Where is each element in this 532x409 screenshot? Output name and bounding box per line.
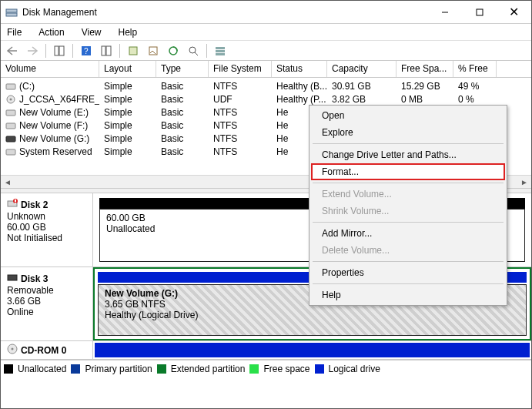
- svg-rect-10: [129, 47, 137, 55]
- svg-rect-9: [106, 46, 111, 55]
- svg-rect-27: [15, 199, 16, 202]
- disk-info: CD-ROM 0: [1, 341, 93, 359]
- list-icon[interactable]: [212, 42, 229, 59]
- maximize-button[interactable]: [462, 1, 497, 23]
- forward-button[interactable]: [24, 42, 41, 59]
- ctx-separator: [313, 222, 504, 223]
- svg-point-13: [189, 47, 196, 53]
- scroll-right-icon[interactable]: ►: [519, 176, 530, 187]
- drive-icon: [5, 82, 16, 91]
- col-fs[interactable]: File System: [209, 61, 272, 77]
- svg-rect-23: [6, 136, 15, 142]
- volume-row[interactable]: (C:) SimpleBasicNTFSHealthy (B...30.91 G…: [1, 79, 531, 92]
- disk-removable-icon: [7, 272, 18, 285]
- scroll-left-icon[interactable]: ◄: [2, 176, 13, 187]
- search-icon[interactable]: [185, 42, 202, 59]
- svg-rect-1: [6, 13, 17, 16]
- legend-unallocated-swatch: [4, 364, 13, 374]
- menubar: File Action View Help: [1, 24, 531, 41]
- svg-rect-24: [6, 149, 15, 155]
- col-pct[interactable]: % Free: [453, 61, 497, 77]
- volume-row[interactable]: J_CCSA_X64FRE_E... SimpleBasicUDFHealthy…: [1, 92, 531, 106]
- drive-icon: [5, 147, 16, 156]
- svg-rect-29: [8, 275, 17, 280]
- svg-point-31: [12, 348, 14, 350]
- help-icon[interactable]: ?: [78, 42, 95, 59]
- svg-rect-4: [55, 46, 59, 55]
- window: Disk Management ✕ File Action View Help …: [0, 0, 532, 409]
- cdrom-icon: [7, 344, 18, 357]
- svg-rect-3: [477, 9, 483, 15]
- toolbar: ?: [1, 41, 531, 61]
- col-free[interactable]: Free Spa...: [396, 61, 453, 77]
- ctx-separator: [313, 183, 504, 183]
- col-layout[interactable]: Layout: [99, 61, 156, 77]
- ctx-add-mirror[interactable]: Add Mirror...: [311, 225, 505, 242]
- ctx-separator: [313, 283, 504, 284]
- svg-rect-28: [15, 203, 16, 203]
- disk-info: Disk 3 Removable 3.66 GB Online: [1, 267, 93, 340]
- minimize-button[interactable]: [427, 1, 462, 23]
- ctx-open[interactable]: Open: [311, 107, 505, 124]
- ctx-explore[interactable]: Explore: [311, 124, 505, 141]
- svg-rect-18: [6, 84, 15, 89]
- ctx-properties[interactable]: Properties: [311, 264, 505, 281]
- disc-icon: [5, 95, 16, 104]
- svg-rect-11: [149, 47, 157, 55]
- ctx-change-letter[interactable]: Change Drive Letter and Paths...: [311, 146, 505, 163]
- col-capacity[interactable]: Capacity: [327, 61, 396, 77]
- disk-row[interactable]: CD-ROM 0: [1, 341, 531, 360]
- svg-rect-0: [6, 9, 17, 12]
- legend-primary-swatch: [71, 364, 80, 374]
- legend-extended-swatch: [157, 364, 166, 374]
- settings-icon[interactable]: [98, 42, 115, 59]
- ctx-format[interactable]: Format...: [311, 163, 505, 180]
- legend-logical-swatch: [315, 364, 324, 374]
- ctx-extend: Extend Volume...: [311, 186, 505, 203]
- drive-icon: [5, 134, 16, 143]
- menu-action[interactable]: Action: [35, 25, 67, 39]
- menu-help[interactable]: Help: [115, 25, 141, 39]
- close-button[interactable]: ✕: [497, 1, 531, 23]
- window-buttons: ✕: [427, 1, 531, 23]
- col-type[interactable]: Type: [156, 61, 209, 77]
- back-button[interactable]: [4, 42, 21, 59]
- ctx-separator: [313, 143, 504, 144]
- col-volume[interactable]: Volume: [1, 61, 99, 77]
- ctx-separator: [313, 261, 504, 262]
- svg-rect-17: [216, 53, 225, 55]
- rescan-icon[interactable]: [145, 42, 162, 59]
- window-title: Disk Management: [22, 7, 427, 18]
- drive-icon: [5, 108, 16, 117]
- ctx-shrink: Shrink Volume...: [311, 203, 505, 220]
- drive-icon: [5, 121, 16, 130]
- action-icon[interactable]: [165, 42, 182, 59]
- svg-rect-16: [216, 50, 225, 52]
- disk-unknown-icon: [7, 198, 18, 211]
- svg-text:?: ?: [84, 47, 89, 55]
- disk-info: Disk 2 Unknown 60.00 GB Not Initialised: [1, 193, 93, 267]
- svg-line-14: [195, 52, 198, 55]
- svg-rect-5: [59, 46, 64, 55]
- context-menu: Open Explore Change Drive Letter and Pat…: [309, 105, 507, 306]
- ctx-delete: Delete Volume...: [311, 242, 505, 259]
- legend-free-swatch: [249, 364, 259, 374]
- svg-rect-21: [6, 110, 15, 116]
- titlebar: Disk Management ✕: [1, 1, 531, 24]
- show-hide-button[interactable]: [51, 42, 68, 59]
- col-status[interactable]: Status: [272, 61, 327, 77]
- svg-rect-15: [216, 47, 225, 49]
- svg-rect-22: [6, 123, 15, 129]
- refresh-icon[interactable]: [125, 42, 142, 59]
- app-icon: [5, 6, 18, 18]
- legend: Unallocated Primary partition Extended p…: [1, 360, 531, 377]
- svg-rect-8: [102, 46, 105, 55]
- menu-view[interactable]: View: [79, 25, 105, 39]
- logical-bar: [95, 343, 530, 357]
- menu-file[interactable]: File: [4, 25, 25, 39]
- volume-list-header: Volume Layout Type File System Status Ca…: [1, 61, 531, 78]
- svg-point-20: [10, 98, 12, 100]
- ctx-help[interactable]: Help: [311, 287, 505, 303]
